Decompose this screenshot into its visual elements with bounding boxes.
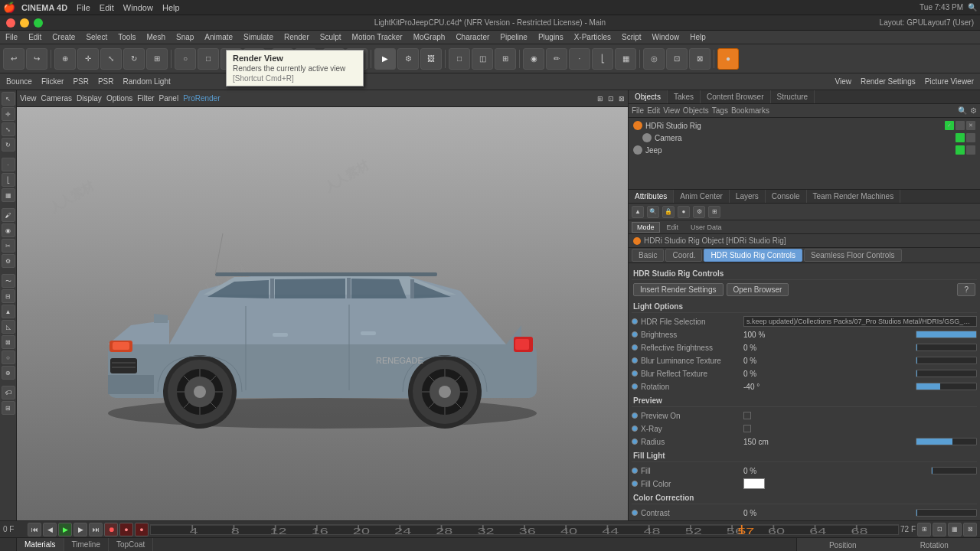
- jeep-lock-btn[interactable]: [966, 145, 975, 155]
- left-extrude-btn[interactable]: ▲: [2, 305, 15, 318]
- contrast-radio[interactable]: [632, 510, 638, 516]
- obj-tags-btn[interactable]: Tags: [712, 106, 728, 115]
- menu-simulate[interactable]: Simulate: [241, 32, 276, 42]
- xray-checkbox[interactable]: [743, 425, 751, 432]
- tab-materials[interactable]: Materials: [17, 538, 64, 551]
- menu-select[interactable]: Select: [83, 32, 109, 42]
- left-magnet-btn[interactable]: ⚙: [2, 254, 15, 268]
- undo-btn[interactable]: ↩: [3, 48, 24, 70]
- reflective-brightness-slider[interactable]: [916, 344, 977, 351]
- menu-file[interactable]: File: [3, 32, 20, 42]
- apple-logo[interactable]: 🍎: [3, 2, 15, 13]
- polygons-btn[interactable]: ▦: [615, 48, 636, 70]
- left-weld-btn[interactable]: ⊕: [2, 366, 15, 380]
- picture-viewer-btn[interactable]: 🖼: [420, 48, 442, 70]
- menu-window[interactable]: Window: [650, 32, 682, 42]
- contrast-slider[interactable]: [916, 509, 977, 517]
- redo-btn[interactable]: ↪: [26, 48, 47, 70]
- brightness-slider[interactable]: [916, 331, 977, 338]
- mac-menu-window[interactable]: Window: [123, 3, 153, 12]
- tab-topcoat[interactable]: TopCoat: [109, 538, 153, 551]
- flicker-btn[interactable]: Flicker: [38, 77, 67, 86]
- blur-lum-slider[interactable]: [916, 357, 977, 364]
- left-loop-btn[interactable]: ○: [2, 350, 15, 364]
- timeline-mode-btn2[interactable]: ⊡: [933, 523, 946, 536]
- tab-timeline[interactable]: Timeline: [64, 538, 109, 551]
- menu-create[interactable]: Create: [50, 32, 77, 42]
- maximize-button[interactable]: [34, 18, 43, 28]
- left-knife-btn[interactable]: ✂: [2, 239, 15, 253]
- edit-mode-btn[interactable]: ✏: [546, 48, 567, 70]
- move-btn[interactable]: ✛: [77, 48, 99, 70]
- hdri-lock-btn[interactable]: [956, 121, 965, 130]
- front-view-btn[interactable]: □: [449, 48, 470, 70]
- bounce-btn[interactable]: Bounce: [3, 77, 35, 86]
- menu-motion-tracker[interactable]: Motion Tracker: [350, 32, 405, 42]
- cube-btn[interactable]: □: [198, 48, 219, 70]
- rotation-radio[interactable]: [632, 383, 638, 390]
- auto-key2-btn[interactable]: ●: [135, 523, 149, 536]
- tab-takes[interactable]: Takes: [668, 90, 701, 103]
- obj-view-btn[interactable]: View: [663, 106, 680, 115]
- blur-lum-radio[interactable]: [632, 357, 638, 364]
- color-btn[interactable]: ●: [717, 48, 739, 70]
- left-paint-btn[interactable]: 🖌: [2, 208, 15, 222]
- viewport[interactable]: View Cameras Display Options Filter Pane…: [17, 90, 628, 520]
- record-btn[interactable]: ⏺: [104, 523, 118, 536]
- render-settings-btn[interactable]: ⚙: [397, 48, 419, 70]
- four-view-btn[interactable]: ⊞: [495, 48, 516, 70]
- viewport-icon-3[interactable]: ⊠: [619, 95, 625, 103]
- left-rotate-btn[interactable]: ↻: [2, 138, 15, 152]
- tab-objects[interactable]: Objects: [629, 90, 668, 103]
- subtab-hdr-controls[interactable]: HDR Studio Rig Controls: [704, 249, 802, 262]
- help-btn[interactable]: ?: [957, 283, 975, 296]
- radius-slider[interactable]: [916, 438, 977, 445]
- viewport-panel-btn[interactable]: Panel: [159, 94, 179, 103]
- null-btn[interactable]: ○: [175, 48, 196, 70]
- menu-help[interactable]: Help: [688, 32, 708, 42]
- scale-btn[interactable]: ⤡: [100, 48, 122, 70]
- left-edges-btn[interactable]: ⎣: [2, 173, 15, 187]
- menu-edit[interactable]: Edit: [26, 32, 44, 42]
- jeep-visible-btn[interactable]: [956, 145, 965, 155]
- snap-btn[interactable]: ◎: [643, 48, 665, 70]
- viewport-icon-2[interactable]: ⊡: [608, 95, 614, 103]
- attrs-tb-expand[interactable]: ⊞: [708, 206, 720, 218]
- preview-on-radio[interactable]: [632, 412, 638, 419]
- menu-character[interactable]: Character: [453, 32, 492, 42]
- menu-mesh[interactable]: Mesh: [145, 32, 168, 42]
- preview-on-checkbox[interactable]: [743, 412, 751, 419]
- timeline-mode-btn3[interactable]: ▦: [948, 523, 962, 536]
- picture-viewer-tab-btn[interactable]: Picture Viewer: [922, 77, 977, 86]
- mode-btn[interactable]: Mode: [632, 222, 660, 233]
- left-select-btn[interactable]: ↖: [2, 92, 15, 106]
- attrs-tb-lock[interactable]: 🔒: [662, 206, 675, 218]
- timeline-ruler[interactable]: 4 8 12 16 20 24 28 32 36 40 44 48 52: [150, 524, 899, 535]
- obj-search-icon[interactable]: 🔍: [958, 106, 967, 115]
- auto-key-btn[interactable]: ●: [119, 523, 133, 536]
- subtab-coord[interactable]: Coord.: [665, 249, 702, 262]
- menu-sculpt[interactable]: Sculpt: [318, 32, 344, 42]
- viewport-display-btn[interactable]: Display: [77, 94, 102, 103]
- tab-team-render[interactable]: Team Render Machines: [807, 190, 901, 203]
- minimize-button[interactable]: [20, 18, 29, 28]
- render-view-btn[interactable]: ▶: [374, 48, 396, 70]
- left-scale-btn[interactable]: ⤡: [2, 122, 15, 136]
- xray-radio[interactable]: [632, 425, 638, 432]
- hdri-check-btn[interactable]: ✕: [966, 121, 975, 130]
- timeline-mode-btn1[interactable]: ⊞: [917, 523, 931, 536]
- hdri-visible-btn[interactable]: ✓: [945, 121, 954, 130]
- menu-plugins[interactable]: Plugins: [536, 32, 566, 42]
- guide-btn[interactable]: ⊠: [689, 48, 710, 70]
- rotation-slider[interactable]: [916, 383, 977, 390]
- tab-console[interactable]: Console: [766, 190, 807, 203]
- tab-content-browser[interactable]: Content Browser: [701, 90, 770, 103]
- user-data-btn[interactable]: User Data: [685, 222, 727, 233]
- edges-btn[interactable]: ⎣: [592, 48, 613, 70]
- view-btn[interactable]: View: [831, 77, 854, 86]
- left-spline-btn[interactable]: 〜: [2, 274, 15, 288]
- hdr-file-radio[interactable]: [632, 318, 638, 324]
- radius-radio[interactable]: [632, 439, 638, 445]
- viewport-filter-btn[interactable]: Filter: [137, 94, 154, 103]
- magnifier-icon[interactable]: 🔍: [968, 3, 977, 11]
